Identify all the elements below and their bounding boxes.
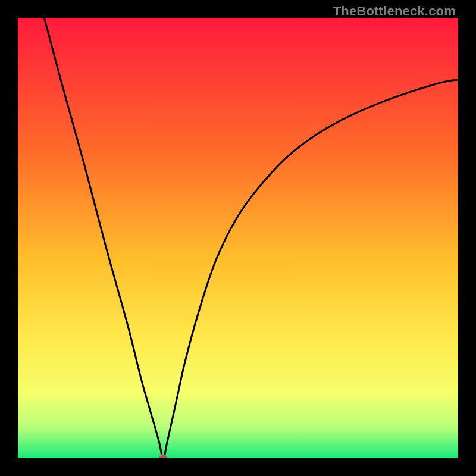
plot-area bbox=[18, 18, 458, 458]
minimum-marker bbox=[159, 455, 167, 458]
bottleneck-curve bbox=[18, 18, 458, 458]
watermark-text: TheBottleneck.com bbox=[333, 4, 456, 19]
chart-frame: TheBottleneck.com bbox=[0, 0, 476, 476]
